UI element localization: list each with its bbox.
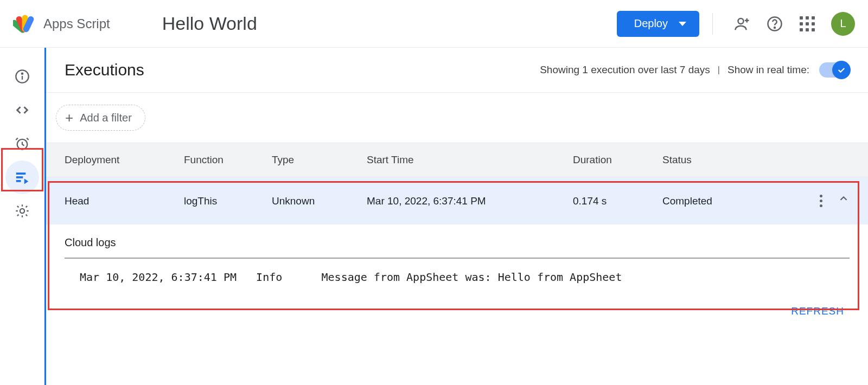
execution-row[interactable]: Head logThis Unknown Mar 10, 2022, 6:37:… — [46, 177, 868, 224]
avatar-initial: L — [840, 17, 846, 30]
svg-point-4 — [738, 18, 744, 24]
divider — [712, 13, 713, 35]
cell-function: logThis — [184, 195, 272, 207]
main-content: Executions Showing 1 execution over last… — [44, 48, 868, 385]
logs-divider — [65, 258, 850, 259]
svg-rect-13 — [16, 180, 21, 182]
plus-icon: + — [65, 111, 73, 125]
deploy-label: Deploy — [634, 17, 668, 30]
executions-icon — [14, 169, 30, 185]
realtime-toggle[interactable] — [819, 62, 850, 78]
cell-type: Unknown — [272, 195, 367, 207]
refresh-button[interactable]: REFRESH — [791, 305, 844, 317]
cloud-logs-panel: Cloud logs Mar 10, 2022, 6:37:41 PM Info… — [46, 224, 868, 293]
svg-rect-12 — [16, 176, 23, 178]
chevron-up-icon — [838, 193, 850, 204]
page-title: Executions — [65, 61, 144, 79]
table-header: Deployment Function Type Start Time Dura… — [46, 143, 868, 177]
header: Apps Script Hello World Deploy L — [0, 0, 868, 48]
svg-rect-11 — [16, 172, 25, 175]
code-icon — [15, 102, 30, 118]
project-title[interactable]: Hello World — [162, 13, 257, 34]
col-start: Start Time — [367, 154, 573, 166]
col-duration: Duration — [573, 154, 662, 166]
col-deployment: Deployment — [65, 154, 184, 166]
logs-title: Cloud logs — [65, 236, 850, 249]
apps-script-logo-icon — [13, 12, 37, 36]
help-button[interactable] — [766, 15, 783, 33]
nav-triggers[interactable] — [5, 127, 39, 161]
cell-duration: 0.174 s — [573, 195, 662, 207]
dropdown-caret-icon — [679, 22, 686, 26]
deploy-button[interactable]: Deploy — [617, 11, 699, 37]
alarm-clock-icon — [15, 136, 30, 151]
refresh-row: REFRESH — [46, 293, 868, 329]
executions-summary: Showing 1 execution over last 7 days — [540, 64, 710, 76]
log-entry: Mar 10, 2022, 6:37:41 PM Info Message fr… — [65, 267, 850, 287]
nav-overview[interactable] — [5, 60, 39, 93]
row-collapse-button[interactable] — [838, 193, 850, 209]
share-button[interactable] — [733, 15, 751, 33]
svg-point-6 — [774, 27, 775, 28]
add-filter-chip[interactable]: + Add a filter — [56, 105, 145, 131]
logo-area[interactable]: Apps Script — [13, 12, 110, 36]
cell-status: Completed — [662, 195, 790, 207]
svg-point-9 — [21, 73, 22, 74]
col-function: Function — [184, 154, 272, 166]
apps-button[interactable] — [799, 15, 816, 33]
col-status: Status — [662, 154, 790, 166]
gear-icon — [15, 203, 30, 219]
help-icon — [767, 16, 783, 32]
nav-editor[interactable] — [5, 93, 39, 127]
left-nav — [0, 48, 44, 385]
cell-start: Mar 10, 2022, 6:37:41 PM — [367, 195, 573, 207]
add-filter-label: Add a filter — [80, 112, 132, 124]
nav-executions[interactable] — [5, 161, 39, 194]
divider: | — [718, 65, 720, 75]
col-type: Type — [272, 154, 367, 166]
row-menu-button[interactable] — [818, 193, 825, 209]
svg-point-14 — [20, 209, 24, 213]
realtime-label: Show in real time: — [727, 64, 809, 76]
apps-grid-icon — [800, 16, 815, 31]
nav-settings[interactable] — [5, 194, 39, 228]
filter-bar: + Add a filter — [46, 93, 868, 143]
check-icon — [837, 65, 846, 75]
person-add-icon — [734, 16, 750, 32]
info-icon — [15, 69, 30, 84]
account-avatar[interactable]: L — [831, 12, 855, 36]
product-name: Apps Script — [43, 16, 110, 31]
cell-deployment: Head — [65, 195, 184, 207]
toggle-knob — [832, 61, 851, 79]
title-bar: Executions Showing 1 execution over last… — [46, 48, 868, 93]
